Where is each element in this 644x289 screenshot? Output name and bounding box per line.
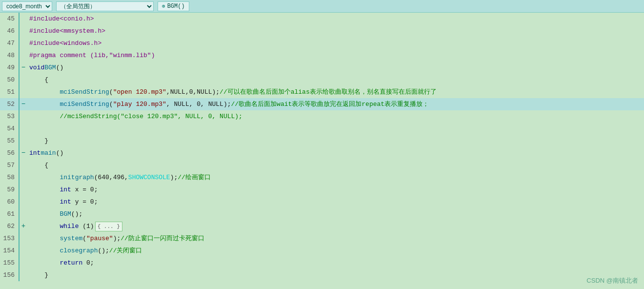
fold-marker: [20, 37, 27, 49]
line-content: #include<windows.h>: [27, 37, 644, 49]
fold-marker: [20, 13, 27, 25]
fold-marker[interactable]: +: [20, 220, 27, 232]
fold-marker: [20, 74, 27, 86]
line-content: system("pause");//防止窗口一闪而过卡死窗口: [27, 232, 644, 245]
fold-marker: [20, 159, 27, 171]
fold-marker: [20, 123, 27, 135]
line-content: initgraph(640,496,SHOWCONSOLE);//绘画窗口: [27, 171, 644, 184]
line-content: mciSendString("play 120.mp3", NULL, 0, N…: [27, 98, 644, 110]
code-line: 54: [0, 123, 644, 135]
line-number: 55: [0, 135, 20, 147]
line-number: 155: [0, 257, 20, 269]
line-content: mciSendString("open 120.mp3",NULL,0,NULL…: [27, 86, 644, 98]
fold-marker: [20, 135, 27, 147]
code-line: 154 closegraph();//关闭窗口: [0, 245, 644, 257]
code-line: 60 int y = 0;: [0, 196, 644, 208]
fold-marker: [20, 208, 27, 220]
line-content: return 0;: [27, 257, 644, 269]
code-line: 48 #pragma comment (lib,"winmm.lib"): [0, 49, 644, 62]
fold-marker: [20, 25, 27, 37]
fold-marker: [20, 232, 27, 245]
fold-marker[interactable]: −: [20, 147, 27, 159]
code-line: 61 BGM();: [0, 208, 644, 220]
line-number: 56: [0, 147, 20, 159]
code-line: 51 mciSendString("open 120.mp3",NULL,0,N…: [0, 86, 644, 98]
line-number: 156: [0, 269, 20, 281]
code-line: 49 − void BGM(): [0, 62, 644, 74]
line-number: 62: [0, 220, 20, 232]
fold-marker: [20, 196, 27, 208]
fold-marker: [20, 269, 27, 281]
fold-marker[interactable]: −: [20, 98, 27, 110]
line-number: 50: [0, 74, 20, 86]
line-content: int y = 0;: [27, 196, 644, 208]
line-content: {: [27, 74, 644, 86]
code-line: 57 {: [0, 159, 644, 171]
fold-box[interactable]: { ... }: [95, 222, 122, 231]
line-content: #include<conio.h>: [27, 13, 644, 25]
fold-marker: [20, 184, 27, 196]
line-number: 153: [0, 232, 20, 245]
fold-marker[interactable]: −: [20, 62, 27, 74]
line-number: 58: [0, 171, 20, 184]
line-content: int x = 0;: [27, 184, 644, 196]
line-number: 57: [0, 159, 20, 171]
scope-dropdown[interactable]: （全局范围）: [56, 1, 154, 11]
code-line: 56 − int main(): [0, 147, 644, 159]
watermark: CSDN @南镇北者: [586, 276, 638, 285]
line-content: #include<mmsystem.h>: [27, 25, 644, 37]
line-content: while (1){ ... }: [27, 220, 644, 232]
code-line: 156 }: [0, 269, 644, 281]
func-indicator: ⊕ BGM(): [158, 1, 189, 11]
line-number: 48: [0, 49, 20, 62]
line-content: }: [27, 269, 644, 281]
func-icon: ⊕: [162, 3, 165, 9]
line-content: //mciSendString("close 120.mp3", NULL, 0…: [27, 110, 644, 123]
line-number: 59: [0, 184, 20, 196]
line-content: }: [27, 135, 644, 147]
code-line: 55 }: [0, 135, 644, 147]
code-line: 155 return 0;: [0, 257, 644, 269]
code-line: 153 system("pause");//防止窗口一闪而过卡死窗口: [0, 232, 644, 245]
line-number: 47: [0, 37, 20, 49]
line-content: [27, 123, 644, 135]
code-line: 59 int x = 0;: [0, 184, 644, 196]
line-number: 49: [0, 62, 20, 74]
code-line: 62 + while (1){ ... }: [0, 220, 644, 232]
line-number: 60: [0, 196, 20, 208]
line-content: closegraph();//关闭窗口: [27, 245, 644, 257]
code-line: 45 #include<conio.h>: [0, 13, 644, 25]
line-number: 46: [0, 25, 20, 37]
line-number: 61: [0, 208, 20, 220]
fold-marker: [20, 86, 27, 98]
line-number: 154: [0, 245, 20, 257]
file-dropdown[interactable]: code8_month: [2, 1, 52, 11]
fold-marker: [20, 245, 27, 257]
fold-marker: [20, 171, 27, 184]
line-number: 45: [0, 13, 20, 25]
line-number: 54: [0, 123, 20, 135]
line-content: #pragma comment (lib,"winmm.lib"): [27, 49, 644, 62]
line-number: 51: [0, 86, 20, 98]
fold-marker: [20, 49, 27, 62]
code-line: 47 #include<windows.h>: [0, 37, 644, 49]
toolbar: code8_month （全局范围） ⊕ BGM(): [0, 0, 644, 13]
code-line: 53 //mciSendString("close 120.mp3", NULL…: [0, 110, 644, 123]
code-line: 46 #include<mmsystem.h>: [0, 25, 644, 37]
code-line: 58 initgraph(640,496,SHOWCONSOLE);//绘画窗口: [0, 171, 644, 184]
code-line: 50 {: [0, 74, 644, 86]
code-editor: 45 #include<conio.h> 46 #include<mmsyste…: [0, 13, 644, 289]
line-number: 53: [0, 110, 20, 123]
code-line: 52 − mciSendString("play 120.mp3", NULL,…: [0, 98, 644, 110]
fold-marker: [20, 257, 27, 269]
line-content: int main(): [27, 147, 644, 159]
fold-marker: [20, 110, 27, 123]
line-content: BGM();: [27, 208, 644, 220]
func-label: BGM(): [167, 3, 185, 10]
line-content: {: [27, 159, 644, 171]
line-content: void BGM(): [27, 62, 644, 74]
line-number: 52: [0, 98, 20, 110]
